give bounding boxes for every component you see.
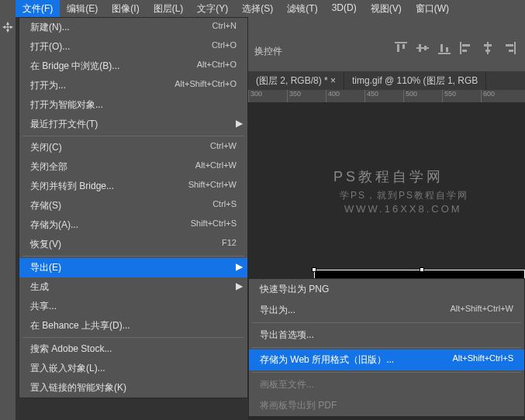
align-hcenter-icon[interactable]	[482, 42, 494, 54]
menu-item-place-linked[interactable]: 置入链接的智能对象(K)	[19, 378, 247, 398]
menu-label: 画板至文件...	[260, 378, 314, 391]
align-vcenter-icon[interactable]	[416, 42, 429, 54]
menu-label: 快速导出为 PNG	[260, 283, 329, 296]
menu-file[interactable]: 文件(F)	[16, 0, 60, 17]
move-tool-icon[interactable]	[1, 20, 15, 34]
align-right-icon[interactable]	[503, 42, 516, 54]
menubar: 文件(F) 编辑(E) 图像(I) 图层(L) 文字(Y) 选择(S) 滤镜(T…	[0, 0, 525, 17]
menu-shortcut: Ctrl+O	[212, 40, 237, 53]
ruler-tick: 400	[326, 90, 364, 102]
menu-shortcut: Alt+Shift+Ctrl+S	[452, 353, 513, 367]
submenu-item-save-for-web[interactable]: 存储为 Web 所用格式（旧版）...Alt+Shift+Ctrl+S	[249, 349, 524, 370]
menu-label: 存储(S)	[30, 199, 61, 212]
menu-label: 关闭并转到 Bridge...	[30, 180, 114, 193]
menu-item-open-as[interactable]: 打开为...Alt+Shift+Ctrl+O	[19, 76, 247, 95]
menu-item-behance[interactable]: 在 Behance 上共享(D)...	[19, 316, 247, 336]
menu-item-share[interactable]: 共享...	[19, 297, 247, 316]
align-bottom-icon[interactable]	[438, 42, 451, 54]
tab-doc-2[interactable]: timg.gif @ 110% (图层 1, RGB	[344, 71, 486, 90]
ruler-tick: 600	[481, 90, 520, 102]
menu-label: 关闭全部	[30, 160, 67, 174]
menu-label: 导出为...	[260, 304, 295, 317]
menu-label: 打开(O)...	[30, 40, 70, 53]
submenu-item-quick-png[interactable]: 快速导出为 PNG	[249, 279, 524, 300]
document-tabs: (图层 2, RGB/8) * × timg.gif @ 110% (图层 1,…	[248, 71, 525, 90]
menu-label: 存储为(A)...	[30, 219, 78, 232]
submenu-item-export-prefs[interactable]: 导出首选项...	[249, 325, 524, 346]
toolbox	[0, 17, 16, 420]
ruler-tick: 500	[403, 90, 442, 102]
menu-shortcut: Alt+Shift+Ctrl+W	[450, 304, 513, 317]
svg-rect-7	[440, 44, 443, 52]
menu-view[interactable]: 视图(V)	[364, 0, 409, 17]
menu-label: 新建(N)...	[30, 21, 70, 34]
menu-label: 将画板导出到 PDF	[260, 399, 337, 412]
menu-label: 关闭(C)	[30, 141, 62, 154]
option-bar: 换控件	[248, 17, 525, 71]
file-menu-dropdown: 新建(N)...Ctrl+N 打开(O)...Ctrl+O 在 Bridge 中…	[19, 17, 248, 398]
menu-edit[interactable]: 编辑(E)	[60, 0, 105, 17]
menu-item-close-bridge[interactable]: 关闭并转到 Bridge...Shift+Ctrl+W	[19, 177, 247, 196]
submenu-item-artboards-pdf[interactable]: 将画板导出到 PDF	[249, 395, 524, 416]
menu-shortcut: Ctrl+S	[212, 199, 237, 212]
watermark-sub: 学PS，就到PS教程自学网	[340, 189, 468, 202]
menu-image[interactable]: 图像(I)	[105, 0, 146, 17]
svg-rect-0	[395, 42, 407, 43]
menu-shortcut: Alt+Shift+Ctrl+O	[174, 79, 237, 92]
resize-handle[interactable]	[420, 267, 424, 272]
menu-select[interactable]: 选择(S)	[235, 0, 280, 17]
menu-shortcut: Ctrl+N	[212, 21, 237, 34]
svg-rect-5	[424, 46, 427, 50]
menu-item-save-as[interactable]: 存储为(A)...Shift+Ctrl+S	[19, 215, 247, 235]
menu-separator	[252, 372, 521, 373]
menu-item-revert[interactable]: 恢复(V)F12	[19, 235, 247, 254]
svg-rect-15	[514, 42, 516, 54]
menu-label: 导出首选项...	[260, 329, 314, 342]
menu-label: 在 Behance 上共享(D)...	[30, 319, 130, 332]
menu-type[interactable]: 文字(Y)	[190, 0, 235, 17]
menu-item-open-smart[interactable]: 打开为智能对象...	[19, 95, 247, 115]
menu-item-save[interactable]: 存储(S)Ctrl+S	[19, 196, 247, 215]
menu-item-close[interactable]: 关闭(C)Ctrl+W	[19, 138, 247, 157]
menu-item-export[interactable]: 导出(E)▶	[19, 258, 247, 277]
svg-rect-17	[509, 50, 513, 52]
menu-shortcut: F12	[222, 238, 237, 251]
menu-item-new[interactable]: 新建(N)...Ctrl+N	[19, 18, 247, 37]
menu-label: 共享...	[30, 300, 57, 313]
menu-window[interactable]: 窗口(W)	[409, 0, 456, 17]
menu-item-place-embedded[interactable]: 置入嵌入对象(L)...	[19, 359, 247, 378]
svg-rect-1	[397, 44, 399, 52]
svg-rect-14	[485, 50, 490, 52]
menu-filter[interactable]: 滤镜(T)	[280, 0, 324, 17]
menu-shortcut: Shift+Ctrl+W	[188, 180, 237, 193]
svg-rect-11	[462, 50, 467, 52]
menu-label: 打开为...	[30, 79, 66, 92]
menu-shortcut: Shift+Ctrl+S	[191, 219, 237, 232]
menu-item-generate[interactable]: 生成▶	[19, 277, 247, 297]
chevron-right-icon: ▶	[236, 281, 243, 291]
menu-item-open[interactable]: 打开(O)...Ctrl+O	[19, 37, 247, 57]
svg-rect-6	[438, 53, 451, 54]
ruler-tick: 550	[442, 90, 481, 102]
tab-doc-1[interactable]: (图层 2, RGB/8) * ×	[248, 71, 344, 90]
align-left-icon[interactable]	[460, 42, 472, 54]
submenu-item-artboards-files[interactable]: 画板至文件...	[249, 374, 524, 395]
menu-label: 打开为智能对象...	[30, 98, 103, 112]
menu-item-browse-bridge[interactable]: 在 Bridge 中浏览(B)...Alt+Ctrl+O	[19, 57, 247, 76]
menu-3d[interactable]: 3D(D)	[325, 0, 364, 17]
svg-rect-8	[446, 47, 448, 52]
menu-label: 置入链接的智能对象(K)	[30, 381, 126, 394]
menu-item-adobe-stock[interactable]: 搜索 Adobe Stock...	[19, 339, 247, 359]
align-top-icon[interactable]	[395, 42, 407, 54]
resize-handle[interactable]	[312, 267, 316, 272]
menu-label: 搜索 Adobe Stock...	[30, 343, 112, 356]
menu-layer[interactable]: 图层(L)	[147, 0, 191, 17]
menu-separator	[22, 337, 244, 338]
ruler-horizontal: 300 350 400 450 500 550 600	[248, 90, 525, 102]
menu-label: 恢复(V)	[30, 238, 61, 251]
submenu-item-export-as[interactable]: 导出为...Alt+Shift+Ctrl+W	[249, 300, 524, 321]
ruler-tick: 300	[248, 90, 287, 102]
menu-item-close-all[interactable]: 关闭全部Alt+Ctrl+W	[19, 157, 247, 177]
menu-item-recent[interactable]: 最近打开文件(T)▶	[19, 115, 247, 134]
watermark-url: WWW.16XX8.COM	[344, 203, 462, 215]
